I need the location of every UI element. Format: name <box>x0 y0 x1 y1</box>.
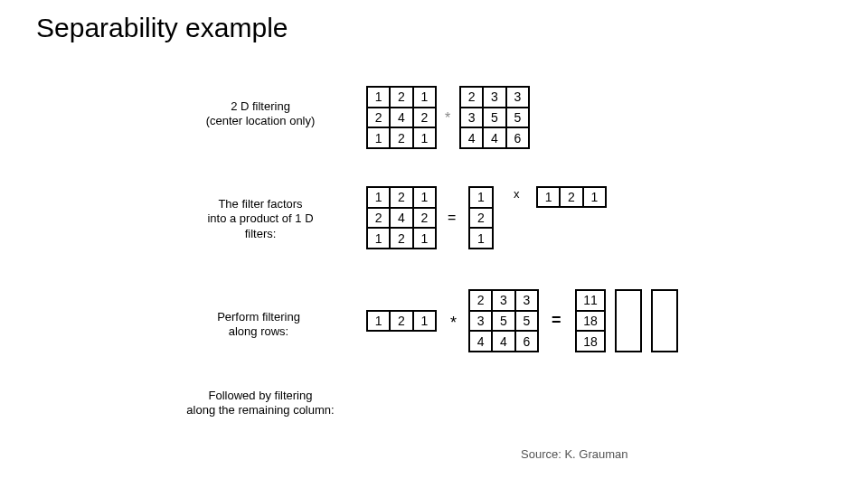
matrix-cell: 5 <box>492 311 514 332</box>
operator-convolve-icon: * <box>445 110 450 127</box>
caption-line: 2 D filtering <box>231 99 290 113</box>
matrix-cell: 2 <box>390 127 412 148</box>
matrix-kernel: 1 2 1 2 4 2 1 2 1 <box>366 186 437 249</box>
caption-line: filters: <box>245 227 277 240</box>
matrix-cell: 3 <box>483 87 505 108</box>
matrix-image: 2 3 3 3 5 5 4 4 6 <box>459 86 530 149</box>
matrix-cell: 3 <box>515 290 538 311</box>
caption-2d-filtering: 2 D filtering (center location only) <box>175 99 346 129</box>
matrix-cell: 1 <box>367 311 390 331</box>
matrix-cell: 1 <box>413 228 436 249</box>
caption-line: (center location only) <box>206 114 316 127</box>
matrix-row-vector: 1 2 1 <box>366 310 437 332</box>
matrix-cell: 2 <box>390 311 412 331</box>
matrix-cell: 2 <box>413 208 436 229</box>
caption-line: The filter factors <box>218 197 302 211</box>
matrix-cell: 4 <box>390 108 412 128</box>
matrix-cell: 3 <box>460 108 483 128</box>
matrix-cell: 1 <box>537 187 560 207</box>
matrix-cell: 1 <box>413 87 436 108</box>
matrix-cell: 5 <box>506 108 529 128</box>
matrix-cell: 2 <box>469 290 492 311</box>
caption-line: Followed by filtering <box>209 389 313 402</box>
matrix-cell: 6 <box>515 331 538 352</box>
matrix-cell: 4 <box>483 127 505 148</box>
matrix-cell: 18 <box>576 331 605 352</box>
operator-equals-icon: = <box>552 311 561 330</box>
matrix-cell: 18 <box>576 311 605 332</box>
matrix-cell: 2 <box>560 187 582 207</box>
caption-columns: Followed by filtering along the remainin… <box>152 389 369 418</box>
matrix-cell: 1 <box>583 187 606 207</box>
matrix-row-vector: 1 2 1 <box>536 186 607 208</box>
operator-equals-icon: = <box>448 210 456 226</box>
matrix-cell: 3 <box>506 87 529 108</box>
matrix-cell: 2 <box>390 228 412 249</box>
matrix-column-vector: 1 2 1 <box>468 186 494 249</box>
matrix-cell: 3 <box>492 290 514 311</box>
matrix-result-column: 11 18 18 <box>575 289 606 352</box>
matrix-empty-cell <box>651 289 678 352</box>
matrix-cell: 2 <box>390 187 412 208</box>
caption-line: Perform filtering <box>217 310 300 324</box>
matrix-cell: 2 <box>469 208 493 229</box>
matrix-cell: 1 <box>367 87 390 108</box>
matrix-cell: 4 <box>469 331 492 352</box>
matrix-kernel: 1 2 1 2 4 2 1 2 1 <box>366 86 437 149</box>
caption-line: along rows: <box>229 324 288 338</box>
caption-rows: Perform filtering along rows: <box>186 310 331 340</box>
matrix-cell: 4 <box>390 208 412 229</box>
matrix-cell: 2 <box>413 108 436 128</box>
matrix-cell: 2 <box>460 87 483 108</box>
matrix-cell: 4 <box>460 127 483 148</box>
caption-line: along the remaining column: <box>186 403 334 417</box>
caption-line: into a product of 1 D <box>207 211 313 225</box>
matrix-cell: 2 <box>367 108 390 128</box>
matrix-empty-cell <box>615 289 642 352</box>
source-attribution: Source: K. Grauman <box>521 447 628 461</box>
matrix-cell: 1 <box>469 187 493 208</box>
operator-convolve-icon: * <box>450 314 457 333</box>
slide-title: Separability example <box>36 13 288 43</box>
matrix-cell: 1 <box>469 228 493 249</box>
matrix-cell: 2 <box>367 208 390 229</box>
matrix-cell: 6 <box>506 127 529 148</box>
matrix-cell: 5 <box>483 108 505 128</box>
matrix-cell: 1 <box>367 187 390 208</box>
matrix-cell: 4 <box>492 331 514 352</box>
matrix-cell: 1 <box>413 187 436 208</box>
caption-factors: The filter factors into a product of 1 D… <box>179 197 342 241</box>
matrix-cell: 5 <box>515 311 538 332</box>
matrix-cell: 11 <box>576 290 605 311</box>
operator-multiply-icon: x <box>514 187 520 201</box>
matrix-cell: 1 <box>367 127 390 148</box>
matrix-cell: 1 <box>367 228 390 249</box>
matrix-image: 2 3 3 3 5 5 4 4 6 <box>468 289 539 352</box>
matrix-cell: 2 <box>390 87 412 108</box>
matrix-cell: 3 <box>469 311 492 332</box>
matrix-cell: 1 <box>413 311 436 331</box>
matrix-cell: 1 <box>413 127 436 148</box>
